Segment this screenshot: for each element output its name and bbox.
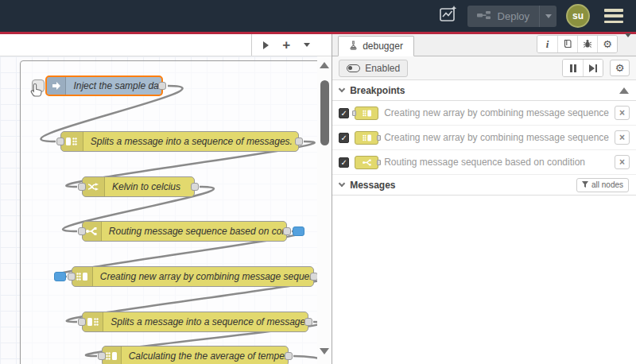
scroll-down-icon[interactable]	[320, 348, 329, 354]
chevron-down-icon	[545, 14, 552, 18]
debug-button[interactable]	[577, 36, 597, 52]
chevron-down-icon	[625, 33, 631, 51]
canvas-vertical-scrollbar[interactable]	[317, 56, 332, 364]
breakpoint-label: Routing message sequence based on condit…	[384, 157, 609, 168]
pause-button[interactable]	[563, 60, 583, 76]
sidebar: debugger	[332, 34, 636, 364]
messages-section-header[interactable]: Messages all nodes	[332, 175, 636, 196]
input-port[interactable]	[78, 183, 86, 191]
chevron-down-icon	[339, 180, 345, 187]
input-port[interactable]	[78, 227, 86, 235]
pause-icon	[570, 64, 576, 72]
output-port[interactable]	[158, 82, 166, 90]
node-average[interactable]: Calculating the the average of temperatu…	[102, 346, 289, 364]
scroll-up-icon[interactable]	[320, 62, 329, 68]
breakpoint-row[interactable]: Routing message sequence based on condit…	[332, 150, 636, 175]
header-bar: Deploy su	[0, 0, 636, 32]
breakpoint-marker[interactable]	[54, 272, 66, 281]
output-port[interactable]	[285, 352, 293, 360]
change-icon	[83, 177, 105, 196]
node-switch[interactable]: Routing message sequence based on condit…	[82, 221, 287, 242]
scroll-tabs-right-button[interactable]	[257, 37, 274, 54]
filter-label: all nodes	[591, 180, 623, 189]
sidebar-tab-bar: debugger	[332, 34, 636, 56]
debugger-toolbar: Enabled	[332, 56, 636, 80]
input-port[interactable]	[68, 273, 76, 281]
breakpoint-checkbox[interactable]	[339, 157, 349, 168]
deploy-button-main[interactable]: Deploy	[467, 6, 539, 27]
chevron-down-icon	[339, 86, 345, 92]
input-port[interactable]	[98, 352, 106, 360]
node-split[interactable]: Splits a message into a sequence of mess…	[82, 312, 308, 332]
funnel-icon	[582, 180, 588, 189]
node-inject[interactable]: Inject the sample data	[45, 76, 163, 96]
output-port[interactable]	[295, 137, 303, 145]
input-port[interactable]	[78, 318, 86, 326]
breakpoint-checkbox[interactable]	[339, 133, 349, 143]
deploy-icon	[477, 10, 491, 22]
breakpoint-row[interactable]: Creating new array by combining message …	[332, 101, 636, 126]
split-icon	[61, 132, 83, 151]
scroll-up-icon[interactable]	[619, 87, 629, 94]
inject-icon	[47, 77, 66, 95]
breakpoint-marker[interactable]	[293, 227, 304, 236]
node-label: Routing message sequence based on condit…	[102, 226, 286, 237]
messages-title: Messages	[350, 180, 395, 191]
output-port[interactable]	[304, 318, 312, 326]
node-change[interactable]: Kelvin to celcius	[82, 176, 195, 197]
bug-icon	[583, 37, 592, 52]
output-port[interactable]	[283, 227, 291, 235]
node-label: Creating new array by combining message …	[93, 271, 313, 282]
flow-canvas[interactable]: Inject the sample data Splits a message …	[0, 56, 332, 364]
breakpoint-label: Creating new array by combining message …	[384, 107, 609, 118]
messages-empty-area	[332, 196, 636, 364]
remove-breakpoint-button[interactable]	[615, 106, 630, 120]
list-flows-button[interactable]	[298, 37, 316, 54]
ai-assistant-icon	[439, 5, 458, 27]
breakpoints-section-header[interactable]: Breakpoints	[332, 80, 636, 101]
main-menu-button[interactable]	[604, 9, 623, 23]
debugger-settings-button[interactable]	[610, 60, 630, 76]
remove-breakpoint-button[interactable]	[615, 155, 630, 169]
avatar[interactable]: su	[566, 4, 590, 28]
node-label: Inject the sample data	[66, 80, 161, 91]
node-label: Kelvin to celcius	[105, 181, 188, 192]
enabled-label: Enabled	[365, 63, 400, 74]
flask-icon	[349, 41, 358, 52]
breakpoint-row[interactable]: Creating new array by combining message …	[332, 126, 636, 150]
ai-assistant-button[interactable]	[439, 5, 458, 27]
hamburger-icon	[604, 9, 623, 12]
triangle-right-icon	[263, 41, 269, 49]
messages-filter-button[interactable]: all nodes	[576, 178, 629, 192]
deploy-button[interactable]: Deploy	[467, 6, 556, 27]
tab-debugger[interactable]: debugger	[338, 36, 414, 56]
input-port[interactable]	[56, 137, 64, 145]
deploy-options-button[interactable]	[539, 6, 556, 27]
step-button[interactable]	[583, 60, 603, 76]
breakpoint-checkbox[interactable]	[339, 108, 349, 118]
workspace-column: Inject the sample data Splits a message …	[0, 34, 332, 364]
book-icon	[563, 37, 572, 52]
node-split[interactable]: Splits a message into a sequence of mess…	[60, 131, 299, 152]
sidebar-options-button[interactable]	[625, 37, 631, 52]
node-label: Splits a message into a sequence of mess…	[103, 316, 308, 327]
workspace-tab-bar	[0, 34, 332, 56]
tab-label: debugger	[363, 41, 403, 52]
node-label: Splits a message into a sequence of mess…	[83, 136, 298, 147]
debug-step-controls	[562, 59, 603, 77]
chevron-down-icon	[304, 43, 310, 47]
settings-button[interactable]	[597, 36, 617, 52]
help-button[interactable]	[557, 36, 577, 52]
add-flow-button[interactable]	[277, 37, 295, 54]
breakpoint-label: Creating new array by combining message …	[384, 132, 609, 143]
info-button[interactable]	[537, 36, 557, 52]
output-port[interactable]	[191, 183, 199, 191]
breakpoints-title: Breakpoints	[350, 85, 405, 96]
remove-breakpoint-button[interactable]	[615, 130, 630, 145]
scrollbar-thumb[interactable]	[320, 80, 329, 145]
avatar-initials: su	[572, 10, 584, 21]
join-node-mini-icon	[355, 106, 378, 120]
debugger-enabled-toggle[interactable]: Enabled	[339, 60, 408, 77]
sidebar-tab-tools	[537, 35, 631, 53]
node-join[interactable]: Creating new array by combining message …	[72, 266, 314, 287]
